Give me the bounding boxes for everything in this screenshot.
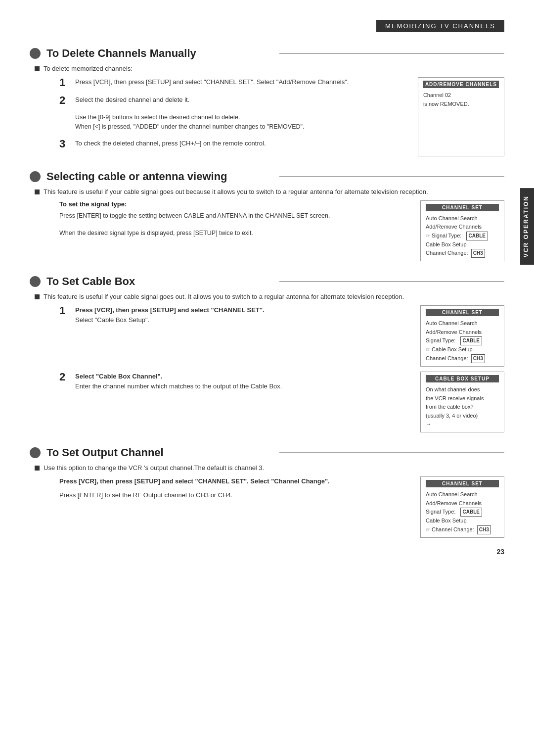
section3-intro-text: This feature is useful if your cable sig…: [44, 293, 404, 300]
section4-steps-area: Press [VCR], then press [SETUP] and sele…: [59, 476, 504, 538]
section2-title: Selecting cable or antenna viewing: [46, 170, 272, 183]
section3-bullet-sq: [35, 294, 40, 299]
section1-bullet: [30, 48, 41, 59]
section4-intro-text: Use this option to change the VCR 's out…: [44, 464, 264, 472]
section1-step2-sub1: Use the [0-9] buttons to select the desi…: [75, 113, 408, 132]
section4-line: [279, 452, 505, 453]
section4-title: To Set Output Channel: [46, 446, 272, 459]
section4-intro: Use this option to change the VCR 's out…: [35, 464, 504, 472]
section3-intro: This feature is useful if your cable sig…: [35, 293, 504, 300]
section3-header: To Set Cable Box: [30, 275, 504, 288]
section3-step1: 1 Press [VCR], then press [SETUP] and se…: [59, 305, 410, 325]
section1-line: [279, 53, 505, 54]
section3-step2-num: 2: [59, 372, 70, 382]
section4-bullet-sq: [35, 466, 40, 471]
section2-intro-text: This feature is useful if your cable sig…: [44, 188, 428, 195]
section1-intro-text: To delete memorized channels:: [44, 65, 133, 72]
section1-step2-num: 2: [59, 95, 70, 106]
section2-signal-steps: To set the signal type: Press [ENTER] to…: [59, 200, 410, 262]
section1-header: To Delete Channels Manually: [30, 47, 504, 60]
section3-step1-sub: Select "Cable Box Setup".: [75, 315, 265, 325]
section2-line: [279, 176, 505, 177]
section3-step2-screen-rows: On what channel does the VCR receive sig…: [426, 385, 499, 429]
section1-step2: 2 Select the desired channel and delete …: [59, 95, 408, 106]
section3-step1-area: 1 Press [VCR], then press [SETUP] and se…: [59, 305, 504, 367]
section3-title: To Set Cable Box: [46, 275, 272, 288]
section1-screen-row1: Channel 02 is now REMOVED.: [423, 91, 499, 108]
section1-title: To Delete Channels Manually: [46, 47, 272, 60]
section1-step3-text: To check the deleted channel, press [CH+…: [75, 139, 266, 148]
section3-step2-screen-title: CABLE BOX SETUP: [426, 375, 499, 382]
section4-screen: CHANNEL SET Auto Channel Search Add/Remo…: [420, 476, 504, 538]
section3-step1-num: 1: [59, 305, 70, 316]
section1-step3-num: 3: [59, 139, 70, 149]
section4-steps-content: Press [VCR], then press [SETUP] and sele…: [59, 476, 410, 538]
section1-screen-title: ADD/REMOVE CHANNELS: [423, 81, 499, 88]
section3-step1-screen: CHANNEL SET Auto Channel Search Add/Remo…: [420, 305, 504, 367]
section2-signal-area: To set the signal type: Press [ENTER] to…: [59, 200, 504, 262]
section1-steps-content: 1 Press [VCR], then press [SETUP] and se…: [59, 77, 408, 156]
section2-screen-rows: Auto Channel Search Add/Remove Channels …: [426, 214, 499, 258]
section2-bullet-sq: [35, 189, 40, 194]
section2-signal-text1: Press [ENTER] to toggle the setting betw…: [59, 211, 410, 221]
section3-step1-screen-rows: Auto Channel Search Add/Remove Channels …: [426, 319, 499, 363]
section2-bullet: [30, 171, 41, 182]
section1-step3: 3 To check the deleted channel, press [C…: [59, 139, 408, 149]
section4-screen-rows: Auto Channel Search Add/Remove Channels …: [426, 490, 499, 534]
section3-bullet: [30, 276, 41, 287]
section3-line: [279, 281, 505, 282]
page-title: Memorizing TV Channels: [376, 20, 504, 32]
section3-step2: 2 Select "Cable Box Channel". Enter the …: [59, 372, 410, 391]
section4-bold: Press [VCR], then press [SETUP] and sele…: [59, 476, 410, 486]
section1-step1-num: 1: [59, 77, 70, 88]
section3-step2-bold: Select "Cable Box Channel".: [75, 372, 282, 381]
section1-step1-text: Press [VCR], then press [SETUP] and sele…: [75, 77, 349, 87]
section2-header: Selecting cable or antenna viewing: [30, 170, 504, 183]
section2-intro: This feature is useful if your cable sig…: [35, 188, 504, 195]
section3-step2-sub: Enter the channel number which matches t…: [75, 381, 282, 391]
section4-header: To Set Output Channel: [30, 446, 504, 459]
section1-step1: 1 Press [VCR], then press [SETUP] and se…: [59, 77, 408, 88]
section3-step2-content: 2 Select "Cable Box Channel". Enter the …: [59, 372, 410, 432]
section1-intro: To delete memorized channels:: [35, 65, 504, 72]
section3-step1-content: 1 Press [VCR], then press [SETUP] and se…: [59, 305, 410, 367]
section2-signal-title: To set the signal type:: [59, 200, 410, 208]
section1-screen: ADD/REMOVE CHANNELS Channel 02 is now RE…: [418, 77, 504, 156]
vcr-sidebar: VCR Operation: [520, 188, 534, 265]
page-number: 23: [30, 548, 504, 556]
section4-sub: Press [ENTER] to set the RF Output chann…: [59, 490, 410, 500]
section1-step2-text: Select the desired channel and delete it…: [75, 95, 189, 105]
section3-step2-area: 2 Select "Cable Box Channel". Enter the …: [59, 372, 504, 432]
section4-bullet: [30, 447, 41, 458]
section3-step1-bold: Press [VCR], then press [SETUP] and sele…: [75, 305, 265, 315]
section2-signal-text2: When the desired signal type is displaye…: [59, 228, 410, 238]
page-header: Memorizing TV Channels: [30, 20, 504, 32]
section1-bullet-sq: [35, 66, 40, 71]
section2-screen-title: CHANNEL SET: [426, 204, 499, 211]
section2-screen: CHANNEL SET Auto Channel Search Add/Remo…: [420, 200, 504, 262]
section4-screen-title: CHANNEL SET: [426, 480, 499, 487]
section1-steps-area: 1 Press [VCR], then press [SETUP] and se…: [59, 77, 504, 156]
section3-step1-screen-title: CHANNEL SET: [426, 309, 499, 316]
section3-step2-screen: CABLE BOX SETUP On what channel does the…: [420, 372, 504, 432]
